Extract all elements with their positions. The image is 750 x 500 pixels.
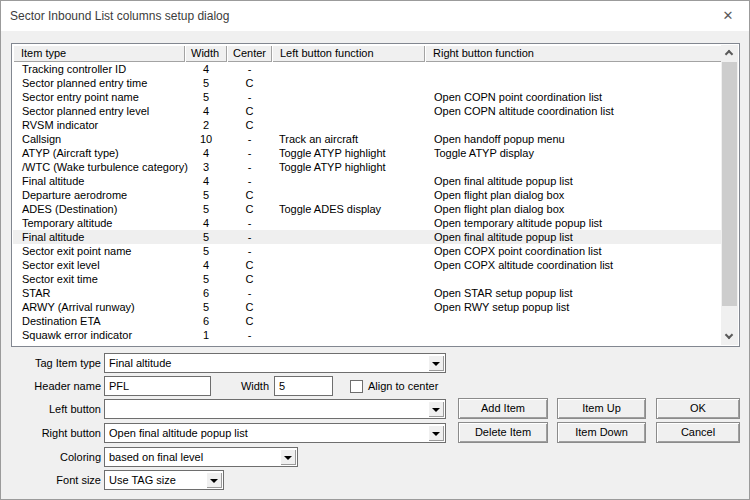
table-row[interactable]: Squawk error indicator1- — [13, 328, 721, 342]
cell-width: 3 — [185, 160, 227, 174]
cell-item: RVSM indicator — [22, 118, 98, 132]
cell-right: Open RWY setup popup list — [434, 300, 569, 314]
cell-right: Toggle ATYP display — [434, 146, 534, 160]
chevron-down-icon[interactable] — [428, 425, 444, 441]
align-to-center-checkbox[interactable] — [350, 380, 363, 393]
left-button-select[interactable] — [104, 399, 446, 419]
align-to-center-label: Align to center — [368, 376, 438, 396]
coloring-select[interactable]: based on final level — [104, 447, 298, 467]
left-button-label: Left button — [1, 399, 101, 419]
cell-width: 5 — [185, 202, 227, 216]
cell-center: - — [227, 174, 272, 188]
cancel-button[interactable]: Cancel — [656, 422, 740, 443]
cell-left: Toggle ATYP highlight — [279, 160, 386, 174]
item-down-button[interactable]: Item Down — [557, 422, 646, 443]
cell-right: Open temporary altitude popup list — [434, 216, 602, 230]
column-header-left-button[interactable]: Left button function — [272, 45, 425, 62]
table-row[interactable]: ATYP (Aircraft type)4-Toggle ATYP highli… — [13, 146, 721, 160]
cell-center: - — [227, 132, 272, 146]
column-header-right-button[interactable]: Right button function — [425, 45, 723, 62]
column-header-center[interactable]: Center — [227, 45, 272, 62]
table-row[interactable]: RVSM indicator2C — [13, 118, 721, 132]
vertical-scrollbar[interactable] — [721, 45, 738, 345]
table-row[interactable]: Temporary altitude4-Open temporary altit… — [13, 216, 721, 230]
font-size-label: Font size — [1, 470, 101, 490]
table-row[interactable]: Sector planned entry time5C — [13, 76, 721, 90]
cell-item: /WTC (Wake turbulence category) — [22, 160, 188, 174]
cell-right: Open handoff popup menu — [434, 132, 565, 146]
table-row[interactable]: Sector planned entry level4COpen COPN al… — [13, 104, 721, 118]
table-row[interactable]: Departure aerodrome5COpen flight plan di… — [13, 188, 721, 202]
scroll-up-icon[interactable] — [721, 45, 738, 61]
cell-width: 5 — [185, 272, 227, 286]
scroll-down-icon[interactable] — [721, 329, 738, 345]
table-row[interactable]: Sector exit time5C — [13, 272, 721, 286]
table-row[interactable]: Sector exit level4COpen COPX altitude co… — [13, 258, 721, 272]
ok-button[interactable]: OK — [656, 398, 740, 419]
cell-center: - — [227, 160, 272, 174]
cell-item: Callsign — [22, 132, 61, 146]
cell-width: 4 — [185, 62, 227, 76]
font-size-select[interactable]: Use TAG size — [104, 470, 224, 490]
cell-item: ARWY (Arrival runway) — [22, 300, 135, 314]
cell-center: C — [227, 118, 272, 132]
column-header-width[interactable]: Width — [185, 45, 227, 62]
dialog-window: Sector Inbound List columns setup dialog… — [0, 0, 750, 500]
coloring-value: based on final level — [109, 448, 277, 466]
list-header: Item type Width Center Left button funct… — [13, 45, 721, 62]
cell-center: - — [227, 328, 272, 342]
table-row[interactable]: ARWY (Arrival runway)5COpen RWY setup po… — [13, 300, 721, 314]
table-row[interactable]: Callsign10-Track an aircraftOpen handoff… — [13, 132, 721, 146]
cell-item: Sector planned entry time — [22, 76, 147, 90]
table-row[interactable]: Sector entry point name5-Open COPN point… — [13, 90, 721, 104]
cell-width: 5 — [185, 244, 227, 258]
table-row[interactable]: Sector exit point name5-Open COPX point … — [13, 244, 721, 258]
cell-item: Sector planned entry level — [22, 104, 149, 118]
cell-center: C — [227, 258, 272, 272]
cell-item: Final altitude — [22, 230, 84, 244]
cell-right: Open final altitude popup list — [434, 174, 573, 188]
cell-item: Sector exit point name — [22, 244, 131, 258]
cell-center: C — [227, 314, 272, 328]
cell-center: C — [227, 202, 272, 216]
chevron-down-icon[interactable] — [206, 472, 222, 488]
cell-right: Open COPX point coordination list — [434, 244, 602, 258]
cell-width: 6 — [185, 286, 227, 300]
chevron-down-icon[interactable] — [428, 401, 444, 417]
table-row[interactable]: Destination ETA6C — [13, 314, 721, 328]
table-row[interactable]: /WTC (Wake turbulence category)3-Toggle … — [13, 160, 721, 174]
table-row[interactable]: STAR6-Open STAR setup popup list — [13, 286, 721, 300]
dialog-title: Sector Inbound List columns setup dialog — [10, 1, 229, 31]
cell-center: - — [227, 62, 272, 76]
cell-center: C — [227, 76, 272, 90]
item-up-button[interactable]: Item Up — [557, 398, 646, 419]
cell-center: C — [227, 300, 272, 314]
cell-left: Track an aircraft — [279, 132, 358, 146]
cell-right: Open COPN altitude coordination list — [434, 104, 614, 118]
cell-right: Open flight plan dialog box — [434, 202, 564, 216]
scrollbar-thumb[interactable] — [722, 62, 737, 306]
cell-item: ATYP (Aircraft type) — [22, 146, 119, 160]
column-header-item-type[interactable]: Item type — [13, 45, 185, 62]
table-row[interactable]: Final altitude4-Open final altitude popu… — [13, 174, 721, 188]
cell-item: Sector exit time — [22, 272, 98, 286]
right-button-select[interactable]: Open final altitude popup list — [104, 423, 446, 443]
cell-center: - — [227, 90, 272, 104]
cell-item: Final altitude — [22, 174, 84, 188]
table-row[interactable]: ADES (Destination)5CToggle ADES displayO… — [13, 202, 721, 216]
table-row[interactable]: Final altitude5-Open final altitude popu… — [13, 230, 721, 244]
chevron-down-icon[interactable] — [280, 449, 296, 465]
list-rows: Tracking controller ID4-Sector planned e… — [13, 62, 721, 345]
cell-width: 10 — [185, 132, 227, 146]
table-row[interactable]: Tracking controller ID4- — [13, 62, 721, 76]
add-item-button[interactable]: Add Item — [458, 398, 548, 419]
cell-item: Sector exit level — [22, 258, 100, 272]
delete-item-button[interactable]: Delete Item — [458, 422, 548, 443]
chevron-down-icon[interactable] — [428, 355, 444, 371]
width-input[interactable] — [274, 376, 333, 396]
tag-item-type-select[interactable]: Final altitude — [104, 353, 446, 373]
cell-item: Departure aerodrome — [22, 188, 127, 202]
cell-center: - — [227, 216, 272, 230]
close-icon[interactable]: ✕ — [717, 1, 739, 31]
cell-right: Open COPX altitude coordination list — [434, 258, 613, 272]
